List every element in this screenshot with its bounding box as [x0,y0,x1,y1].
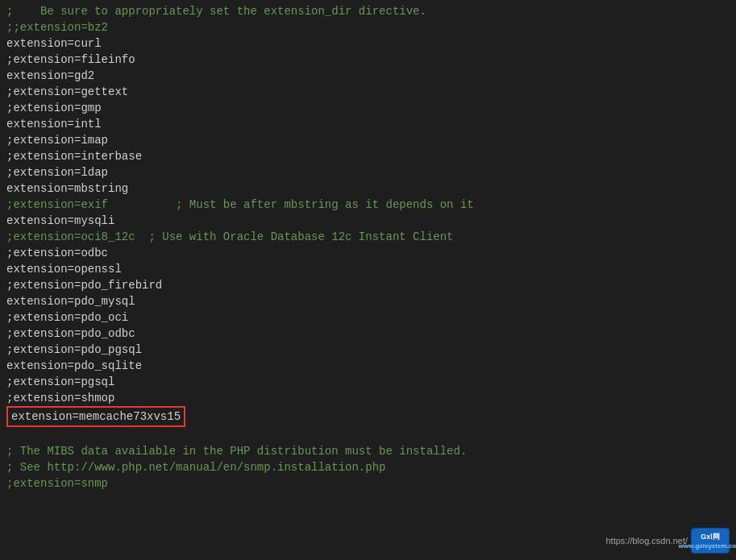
code-line: ;extension=pdo_oci [6,309,730,326]
code-line: ;extension=exif ; Must be after mbstring… [6,197,730,213]
code-line: ;extension=odbc [6,245,730,261]
code-line: extension=intl [6,116,730,132]
code-line: extension=mysqli [6,213,730,229]
code-container: ; Be sure to appropriately set the exten… [0,0,736,560]
code-line: ; The MIBS data available in the PHP dis… [6,443,730,459]
code-line: ;extension=pdo_firebird [6,277,730,293]
code-line: ;extension=gmp [6,100,730,116]
code-line: ;extension=pdo_odbc [6,326,730,342]
code-line: ;extension=interbase [6,148,730,164]
code-line: extension=pdo_mysql [6,293,730,309]
code-line: ;;extension=bz2 [6,19,730,35]
code-line: extension=gd2 [6,68,730,84]
code-line: ;extension=imap [6,132,730,148]
code-line: ;extension=shmop [6,390,730,406]
logo-top: Gxl网 [701,532,720,542]
logo-bottom: www.gxlsystem.com [679,542,736,550]
code-line: ; See http://www.php.net/manual/en/snmp.… [6,459,730,475]
highlighted-extension: extension=memcache73xvs15 [6,406,185,427]
code-line: ;extension=pdo_pgsql [6,342,730,358]
code-line: ;extension=fileinfo [6,52,730,68]
code-line: ;extension=gettext [6,84,730,100]
code-line: extension=curl [6,35,730,52]
code-line [6,427,730,443]
code-line: extension=pdo_sqlite [6,358,730,374]
watermark-url: https://blog.csdn.net/ [605,536,688,545]
code-block: ; Be sure to appropriately set the exten… [6,3,730,492]
code-line: extension=memcache73xvs15 [6,406,730,427]
code-line: ;extension=ldap [6,164,730,180]
code-line: ;extension=snmp [6,475,730,492]
code-line: ;extension=oci8_12c ; Use with Oracle Da… [6,229,730,245]
watermark: https://blog.csdn.net/ Gxl网 www.gxlsyste… [605,528,730,554]
watermark-logo: Gxl网 www.gxlsystem.com [691,528,730,554]
code-line: ;extension=pgsql [6,374,730,390]
code-line: ; Be sure to appropriately set the exten… [6,3,730,19]
code-line: extension=mbstring [6,180,730,197]
code-line: extension=openssl [6,261,730,277]
